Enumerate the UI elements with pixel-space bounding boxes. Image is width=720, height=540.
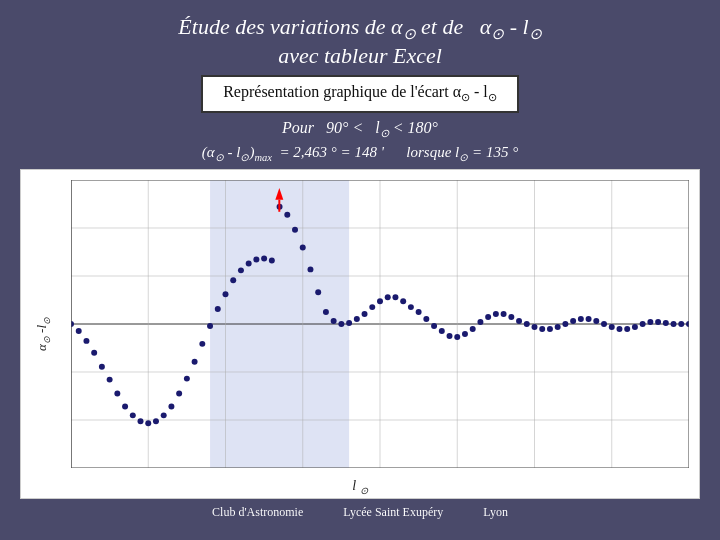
data-dot (647, 319, 653, 325)
chart-inner: 3 2 1 0 -1 -2 -3 0 50 100 150 200 250 30… (71, 180, 689, 468)
footer-city: Lyon (483, 505, 508, 520)
data-dot (184, 375, 190, 381)
data-dot (215, 306, 221, 312)
data-dot (532, 324, 538, 330)
data-dot (377, 298, 383, 304)
data-dot (632, 324, 638, 330)
data-dot (230, 277, 236, 283)
data-dot (176, 390, 182, 396)
footer: Club d'Astronomie Lycée Saint Exupéry Ly… (212, 505, 508, 520)
data-dot (501, 311, 507, 317)
data-dot (369, 304, 375, 310)
data-dot (640, 321, 646, 327)
pour-line: Pour 90° < l⊙ < 180° (282, 119, 438, 140)
data-dot (570, 318, 576, 324)
data-dot (539, 326, 545, 332)
data-dot (238, 267, 244, 273)
data-dot (624, 326, 630, 332)
data-dot (655, 319, 661, 325)
data-dot (122, 403, 128, 409)
chart-svg: 3 2 1 0 -1 -2 -3 0 50 100 150 200 250 30… (71, 180, 689, 468)
y-axis-label: α⊙ -l⊙ (34, 317, 52, 351)
data-dot (439, 328, 445, 334)
data-dot (269, 257, 275, 263)
data-dot (616, 326, 622, 332)
data-dot (354, 316, 360, 322)
title-line2: avec tableur Excel (178, 43, 541, 69)
data-dot (223, 291, 229, 297)
subtitle-box: Représentation graphique de l'écart α⊙ -… (201, 75, 519, 112)
data-dot (447, 333, 453, 339)
data-dot (138, 418, 144, 424)
data-dot (555, 324, 561, 330)
data-dot (547, 326, 553, 332)
chart-container: α⊙ -l⊙ l ⊙ (20, 169, 700, 499)
data-dot (153, 418, 159, 424)
data-dot (423, 316, 429, 322)
data-dot (562, 321, 568, 327)
data-dot (408, 304, 414, 310)
data-dot (462, 331, 468, 337)
data-dot (145, 420, 151, 426)
data-dot (485, 314, 491, 320)
data-dot (253, 256, 259, 262)
data-dot (416, 309, 422, 315)
max-line: (α⊙ - l⊙)max = 2,463 ° = 148 ' lorsque l… (202, 144, 518, 163)
data-dot (431, 323, 437, 329)
data-dot (477, 319, 483, 325)
data-dot (385, 294, 391, 300)
data-dot (392, 294, 398, 300)
data-dot (315, 289, 321, 295)
data-dot (470, 326, 476, 332)
title-line1: Étude des variations de α⊙ et de α⊙ - l⊙ (178, 14, 541, 43)
data-dot (76, 328, 82, 334)
data-dot (292, 226, 298, 232)
data-dot (493, 311, 499, 317)
data-dot (508, 314, 514, 320)
data-dot (578, 316, 584, 322)
data-dot (207, 323, 213, 329)
data-dot (83, 338, 89, 344)
data-dot (346, 320, 352, 326)
data-dot (609, 324, 615, 330)
data-dot (678, 321, 684, 327)
data-dot (284, 212, 290, 218)
data-dot (246, 260, 252, 266)
data-dot (307, 266, 313, 272)
data-dot (454, 334, 460, 340)
data-dot (586, 316, 592, 322)
footer-lycee: Lycée Saint Exupéry (343, 505, 443, 520)
data-dot (323, 309, 329, 315)
data-dot (362, 311, 368, 317)
data-dot (168, 403, 174, 409)
x-axis-label: l ⊙ (352, 478, 367, 496)
data-dot (199, 341, 205, 347)
data-dot (130, 412, 136, 418)
data-dot (671, 321, 677, 327)
data-dot (161, 412, 167, 418)
data-dot (114, 390, 120, 396)
data-dot (516, 318, 522, 324)
data-dot (593, 318, 599, 324)
data-dot (663, 320, 669, 326)
data-dot (524, 321, 530, 327)
data-dot (300, 244, 306, 250)
data-dot (400, 298, 406, 304)
data-dot (107, 376, 113, 382)
data-dot (331, 318, 337, 324)
footer-club: Club d'Astronomie (212, 505, 303, 520)
data-dot (99, 363, 105, 369)
data-dot (261, 255, 267, 261)
data-dot (91, 350, 97, 356)
title-area: Étude des variations de α⊙ et de α⊙ - l⊙… (178, 14, 541, 69)
data-dot (338, 321, 344, 327)
data-dot (601, 321, 607, 327)
data-dot (192, 359, 198, 365)
